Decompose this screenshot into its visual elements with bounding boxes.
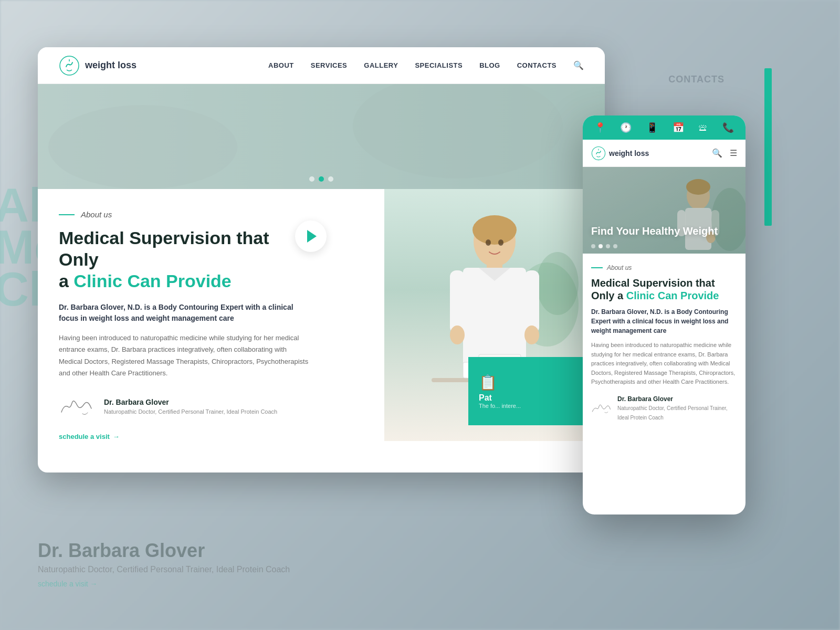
service-card-title: Pat bbox=[479, 393, 594, 403]
svg-point-8 bbox=[472, 215, 517, 245]
mobile-clock-icon[interactable]: 🕐 bbox=[620, 122, 632, 133]
mobile-hero: Find Your Healthy Weight bbox=[583, 167, 746, 254]
svg-point-19 bbox=[498, 239, 503, 246]
mobile-hero-text: Find Your Healthy Weight bbox=[591, 224, 718, 238]
about-subtitle: Dr. Barbara Glover, N.D. is a Body Conto… bbox=[59, 302, 311, 324]
bg-bottom-content: Dr. Barbara Glover Naturopathic Doctor, … bbox=[38, 540, 353, 588]
mobile-dot-2[interactable] bbox=[598, 244, 603, 248]
mobile-about-label: About us bbox=[591, 264, 737, 271]
svg-rect-30 bbox=[583, 167, 746, 254]
hero-dot-3[interactable] bbox=[328, 176, 333, 182]
mobile-doctor-info: Dr. Barbara Glover Naturopathic Doctor, … bbox=[617, 395, 737, 422]
doctor-title: Naturopathic Doctor, Certified Personal … bbox=[104, 408, 277, 415]
mobile-content: About us Medical Supervision that Only a… bbox=[583, 254, 746, 514]
about-title-a: a bbox=[59, 271, 74, 291]
svg-point-14 bbox=[524, 326, 539, 344]
nav-specialists[interactable]: SPECIALISTS bbox=[415, 61, 463, 69]
mobile-top-bar: 📍 🕐 📱 📅 🛎 📞 bbox=[583, 116, 746, 140]
mobile-logo-text: weight loss bbox=[609, 149, 649, 158]
doctor-image-area: 📋 Pat The fo... intere... bbox=[384, 189, 605, 441]
about-label: About us bbox=[59, 210, 311, 219]
mobile-logo-icon bbox=[591, 146, 606, 161]
mobile-doctor-title: Naturopathic Doctor, Certified Personal … bbox=[617, 405, 728, 421]
mobile-card: 📍 🕐 📱 📅 🛎 📞 weight loss 🔍 ☰ bbox=[583, 116, 746, 514]
about-title-text: Medical Supervision that Only bbox=[59, 228, 269, 269]
mobile-about-title: Medical Supervision that Only a Clinic C… bbox=[591, 277, 737, 302]
mobile-bell-icon[interactable]: 🛎 bbox=[698, 122, 708, 133]
mobile-location-icon[interactable]: 📍 bbox=[594, 122, 606, 133]
mobile-about-subtitle: Dr. Barbara Glover, N.D. is a Body Conto… bbox=[591, 307, 737, 335]
mobile-title-line2: Only a bbox=[591, 290, 626, 301]
mobile-title-teal: Clinic Can Provide bbox=[626, 290, 719, 301]
svg-point-13 bbox=[450, 326, 465, 344]
mobile-title-line1: Medical Supervision that bbox=[591, 277, 715, 289]
mobile-hero-dots bbox=[591, 244, 617, 248]
hero-dot-1[interactable] bbox=[309, 176, 314, 182]
about-section: About us Medical Supervision that Only a… bbox=[38, 189, 605, 472]
arrow-icon: → bbox=[113, 433, 120, 440]
nav-blog[interactable]: BLOG bbox=[479, 61, 500, 69]
mobile-nav-icons: 🔍 ☰ bbox=[712, 148, 737, 158]
hero-overlay bbox=[38, 84, 605, 189]
svg-rect-12 bbox=[524, 270, 539, 333]
svg-point-6 bbox=[537, 252, 579, 315]
doctor-name: Dr. Barbara Glover bbox=[104, 398, 277, 406]
bg-contacts-text: CONTACTS bbox=[668, 74, 724, 85]
nav-services[interactable]: SERVICES bbox=[311, 61, 348, 69]
mobile-menu-icon[interactable]: ☰ bbox=[730, 148, 737, 158]
play-icon bbox=[307, 230, 317, 243]
mobile-dot-3[interactable] bbox=[606, 244, 610, 248]
mobile-about-label-text: About us bbox=[607, 264, 632, 271]
svg-rect-11 bbox=[450, 270, 465, 333]
mobile-nav: weight loss 🔍 ☰ bbox=[583, 140, 746, 167]
mobile-signature-svg bbox=[591, 399, 611, 418]
mobile-call-icon[interactable]: 📞 bbox=[722, 122, 734, 133]
mobile-dot-4[interactable] bbox=[613, 244, 617, 248]
nav-about[interactable]: ABOUT bbox=[268, 61, 294, 69]
about-title-teal: Clinic Can Provide bbox=[74, 271, 231, 291]
schedule-link[interactable]: schedule a visit → bbox=[59, 433, 311, 440]
mobile-phone-icon[interactable]: 📱 bbox=[646, 122, 658, 133]
nav-gallery[interactable]: GALLERY bbox=[364, 61, 398, 69]
mobile-logo[interactable]: weight loss bbox=[591, 146, 649, 161]
doctor-signature: Dr. Barbara Glover Naturopathic Doctor, … bbox=[59, 394, 311, 420]
nav-links: ABOUT SERVICES GALLERY SPECIALISTS BLOG … bbox=[268, 60, 584, 70]
teal-accent-strip bbox=[764, 68, 772, 226]
hero-area bbox=[38, 84, 605, 189]
logo[interactable]: weight loss bbox=[59, 55, 136, 76]
mobile-about-line-decoration bbox=[591, 267, 603, 268]
service-card-text: The fo... intere... bbox=[479, 403, 594, 409]
about-line-decoration bbox=[59, 214, 75, 215]
mobile-dot-1[interactable] bbox=[591, 244, 595, 248]
mobile-doctor-name: Dr. Barbara Glover bbox=[617, 395, 737, 403]
mobile-search-icon[interactable]: 🔍 bbox=[712, 148, 722, 158]
hero-dot-2[interactable] bbox=[319, 176, 324, 182]
desktop-nav: weight loss ABOUT SERVICES GALLERY SPECI… bbox=[38, 47, 605, 84]
play-button[interactable] bbox=[295, 220, 327, 252]
mobile-doctor-signature: Dr. Barbara Glover Naturopathic Doctor, … bbox=[591, 395, 737, 422]
about-body: Having been introduced to naturopathic m… bbox=[59, 332, 311, 379]
hero-dots bbox=[309, 176, 333, 182]
schedule-link-text: schedule a visit bbox=[59, 433, 110, 440]
about-label-text: About us bbox=[81, 210, 112, 219]
search-icon[interactable]: 🔍 bbox=[573, 60, 584, 70]
about-content: About us Medical Supervision that Only a… bbox=[59, 210, 332, 457]
nav-contacts[interactable]: CONTACTS bbox=[517, 61, 556, 69]
logo-text: weight loss bbox=[85, 60, 136, 71]
service-card-icon: 📋 bbox=[479, 374, 594, 391]
svg-point-0 bbox=[60, 56, 79, 75]
svg-point-20 bbox=[592, 146, 605, 160]
svg-point-18 bbox=[486, 239, 491, 246]
doctor-info: Dr. Barbara Glover Naturopathic Doctor, … bbox=[104, 398, 277, 416]
mobile-calendar-icon[interactable]: 📅 bbox=[673, 122, 684, 133]
signature-image bbox=[59, 394, 96, 420]
logo-icon bbox=[59, 55, 80, 76]
mobile-hero-image bbox=[583, 167, 746, 254]
about-title: Medical Supervision that Only a Clinic C… bbox=[59, 227, 311, 291]
desktop-card: weight loss ABOUT SERVICES GALLERY SPECI… bbox=[38, 47, 605, 472]
mobile-about-body: Having been introduced to naturopathic m… bbox=[591, 341, 737, 387]
